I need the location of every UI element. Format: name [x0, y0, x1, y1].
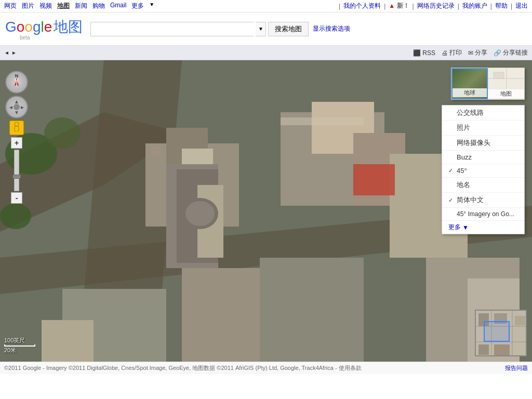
share-button[interactable]: ✉ 分享 — [468, 48, 487, 57]
layer-webcam[interactable]: 网络摄像头 — [442, 136, 524, 151]
link-icon: 🔗 — [494, 49, 501, 57]
svg-point-25 — [185, 201, 215, 226]
separator4: | — [458, 3, 459, 10]
nav-link-map[interactable]: 地图 — [57, 2, 70, 10]
pegman-button[interactable] — [9, 121, 24, 135]
map-type-buttons: 地球 地图 — [451, 68, 524, 99]
pan-right-button[interactable]: ► — [20, 104, 25, 110]
nav-account[interactable]: 我的账户 — [462, 2, 487, 10]
navigation-control[interactable]: ▲ ▼ ◄ ► — [5, 96, 28, 118]
separator6: | — [511, 3, 512, 10]
search-button[interactable]: 搜索地图 — [268, 22, 309, 36]
separator3: | — [413, 3, 414, 10]
svg-rect-37 — [494, 72, 504, 78]
layer-buzz-label: Buzz — [457, 153, 472, 161]
map-container[interactable]: N ▲ ▼ ◄ ► + — [0, 60, 532, 362]
layers-more-button[interactable]: 更多 ▼ — [442, 221, 524, 234]
nav-profile[interactable]: 我的个人资料 — [343, 2, 381, 10]
layer-photos[interactable]: 照片 — [442, 121, 524, 136]
rss-button[interactable]: ⬛ RSS — [413, 49, 435, 57]
nav-link-images[interactable]: 图片 — [22, 2, 34, 10]
layers-panel: 公交线路 照片 网络摄像头 Buzz ✓ 45° 地名 ✓ 简体中文 45° I… — [442, 105, 525, 234]
layer-imagery-label: 45° Imagery on Go... — [457, 210, 514, 218]
layer-simplified-chinese[interactable]: ✓ 简体中文 — [442, 193, 524, 208]
zoom-slider[interactable] — [14, 150, 19, 191]
nav-link-gmail[interactable]: Gmail — [110, 2, 126, 10]
copyright-text: ©2011 Google - Imagery ©2011 DigitalGlob… — [4, 364, 362, 372]
layer-placenames[interactable]: 地名 — [442, 178, 524, 193]
layer-45-check: ✓ — [448, 167, 455, 174]
mini-map[interactable] — [475, 310, 527, 356]
nav-help[interactable]: 帮助 — [495, 2, 508, 10]
print-icon: 🖨 — [442, 49, 448, 57]
top-nav-left: 网页 图片 视频 地图 新闻 购物 Gmail 更多 ▼ — [4, 2, 154, 10]
pan-left-button[interactable]: ◄ — [8, 104, 14, 110]
scale-feet-label: 100英尺 — [4, 337, 35, 344]
google-logo: G o o g l e 地图 — [5, 17, 83, 37]
zoom-in-button[interactable]: + — [11, 137, 22, 149]
map-controls: N ▲ ▼ ◄ ► + — [5, 71, 28, 204]
svg-point-30 — [15, 122, 19, 126]
zoom-thumb[interactable] — [12, 175, 21, 179]
more-label: 更多 — [448, 223, 461, 232]
layer-45-imagery[interactable]: 45° Imagery on Go... — [442, 208, 524, 221]
nav-link-news[interactable]: 新闻 — [75, 2, 87, 10]
earth-view-button[interactable]: 地球 — [451, 68, 488, 99]
nav-history[interactable]: 网络历史记录 — [417, 2, 455, 10]
header: G o o g l e 地图 beta ▼ 搜索地图 显示搜索选项 — [0, 12, 532, 46]
pan-up-button[interactable]: ▲ — [14, 99, 19, 104]
svg-rect-31 — [15, 126, 19, 131]
svg-point-5 — [0, 203, 31, 229]
more-arrow-icon: ▼ — [462, 224, 469, 231]
search-input[interactable] — [90, 22, 254, 36]
pan-down-button[interactable]: ▼ — [14, 110, 19, 115]
footer-copyright: ©2011 Google - Imagery ©2011 DigitalGlob… — [4, 364, 362, 372]
logo-g: G — [5, 19, 17, 35]
nav-logout[interactable]: 退出 — [515, 2, 528, 10]
toolbar: ◄ ► ⬛ RSS 🖨 打印 ✉ 分享 🔗 分享链接 — [0, 46, 532, 60]
print-button[interactable]: 🖨 打印 — [442, 48, 462, 57]
share-label: 分享 — [475, 48, 487, 57]
map-view-button[interactable]: 地图 — [488, 68, 524, 99]
report-problem-link[interactable]: 报告问题 — [505, 365, 528, 371]
separator5: | — [490, 3, 492, 10]
map-preview-svg — [488, 68, 524, 91]
layer-webcam-label: 网络摄像头 — [457, 138, 490, 148]
mini-map-viewport — [484, 321, 510, 342]
logo-area: G o o g l e 地图 beta — [5, 17, 83, 41]
svg-line-33 — [17, 131, 18, 134]
nav-link-video[interactable]: 视频 — [39, 2, 52, 10]
layer-buzz[interactable]: Buzz — [442, 151, 524, 164]
layer-place-label: 地名 — [457, 180, 470, 190]
layer-45deg[interactable]: ✓ 45° — [442, 164, 524, 178]
search-dropdown-button[interactable]: ▼ — [256, 22, 266, 36]
print-label: 打印 — [449, 48, 462, 57]
map-label: 地图 — [488, 89, 524, 98]
mini-map-inner — [476, 311, 526, 355]
zoom-out-button[interactable]: - — [11, 192, 22, 204]
share-link-label: 分享链接 — [503, 48, 528, 57]
nav-link-shopping[interactable]: 购物 — [92, 2, 105, 10]
zoom-controls: + - — [11, 137, 22, 204]
svg-rect-26 — [151, 146, 161, 156]
toolbar-arrow-right[interactable]: ► — [11, 50, 17, 56]
logo-e: e — [44, 19, 52, 35]
share-link-button[interactable]: 🔗 分享链接 — [494, 48, 528, 57]
nav-new[interactable]: ▲ 新！ — [389, 2, 409, 10]
toolbar-left: ◄ ► — [4, 50, 17, 56]
compass[interactable]: N — [5, 71, 28, 94]
search-bar: ▼ 搜索地图 显示搜索选项 — [90, 22, 350, 36]
toolbar-arrow-left[interactable]: ◄ — [4, 50, 9, 56]
layer-bus-routes[interactable]: 公交线路 — [442, 105, 524, 121]
compass-svg — [11, 77, 22, 87]
svg-rect-27 — [281, 117, 364, 125]
footer-right: 报告问题 — [505, 364, 528, 372]
logo-o2: o — [24, 19, 33, 35]
logo-o1: o — [17, 19, 25, 35]
nav-link-more[interactable]: 更多 — [131, 2, 144, 10]
logo-ditu: 地图 — [54, 17, 83, 37]
svg-rect-23 — [353, 164, 395, 195]
nav-link-webpage[interactable]: 网页 — [4, 2, 17, 10]
search-options-link[interactable]: 显示搜索选项 — [313, 24, 350, 33]
more-arrow: ▼ — [149, 2, 154, 10]
